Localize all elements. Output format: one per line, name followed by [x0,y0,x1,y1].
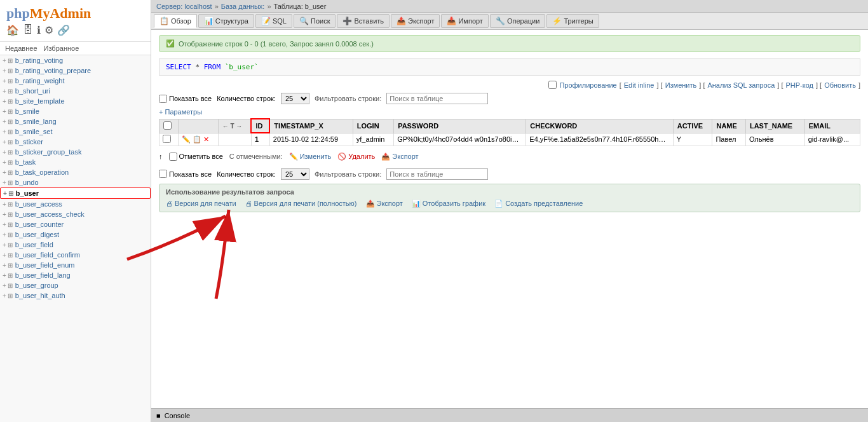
sidebar-table-item[interactable]: + ⊞ b_sticker [0,137,151,147]
sidebar-table-item[interactable]: + ⊞ b_user_field_confirm [0,250,151,260]
col-checkword[interactable]: CHECKWORD [526,119,673,133]
sidebar-table-item[interactable]: + ⊞ b_user_hit_auth [0,290,151,301]
info-icon[interactable]: ℹ [37,24,41,36]
col-login[interactable]: LOGIN [353,119,393,133]
show-all-checkbox[interactable] [159,95,167,103]
sidebar-table-item[interactable]: + ⊞ b_sticker_group_task [0,147,151,157]
expand-icon: + [3,78,6,85]
usage-link[interactable]: 📊Отобразить график [412,200,485,208]
expand-icon: + [3,118,6,125]
sidebar-table-item[interactable]: + ⊞ b_user_group [0,280,151,290]
triggers-tab-label: Триггеры [564,17,593,25]
tab-operations[interactable]: 🔧Операции [490,14,545,28]
tab-export[interactable]: 📤Экспорт [391,14,440,28]
sidebar-table-item[interactable]: + ⊞ b_user_field [0,240,151,250]
sidebar-table-item[interactable]: + ⊞ b_user_field_enum [0,260,151,270]
tab-import[interactable]: 📥Импорт [441,14,488,28]
profiling-link[interactable]: Профилирование [559,81,616,89]
select-all-th[interactable] [163,121,172,130]
sidebar-table-item[interactable]: + ⊞ b_user [0,187,151,199]
usage-link[interactable]: 📄Создать представление [494,200,583,208]
col-active[interactable]: ACTIVE [673,119,712,133]
sidebar-table-item[interactable]: + ⊞ b_site_template [0,96,151,106]
delete-icon: 🚫 [337,153,346,161]
table-icon: ⊞ [8,98,13,105]
home-icon[interactable]: 🏠 [6,24,19,36]
tab-insert[interactable]: ➕Вставить [337,14,390,28]
favorites-link[interactable]: Избранное [44,44,79,52]
table-icon: ⊞ [8,128,13,135]
pencil-icon[interactable]: ✏️ [182,135,191,143]
link-icon[interactable]: 🔗 [57,24,70,36]
row-active: Y [673,133,712,146]
usage-link[interactable]: 📤Экспорт [366,200,403,208]
tab-sql[interactable]: 📝SQL [255,14,292,28]
edit-inline-link[interactable]: Edit inline [624,81,654,89]
copy-icon[interactable]: 📋 [193,135,201,143]
sidebar-table-item[interactable]: + ⊞ b_user_field_lang [0,270,151,280]
params-link[interactable]: + Параметры [159,108,860,116]
select-all-bottom[interactable] [169,153,177,161]
col-password[interactable]: PASSWORD [394,119,526,133]
row-checkbox[interactable] [163,135,171,143]
usage-links: 🖨Версия для печати🖨Версия для печати (по… [166,200,853,208]
sidebar-table-item[interactable]: + ⊞ b_user_counter [0,219,151,229]
trash-icon[interactable]: ✕ [203,135,209,143]
tab-structure[interactable]: 📊Структура [198,14,254,28]
expand-icon: + [3,179,6,186]
sidebar-table-item[interactable]: + ⊞ b_rating_weight [0,76,151,86]
sidebar-table-item[interactable]: + ⊞ b_short_uri [0,86,151,96]
usage-link[interactable]: 🖨Версия для печати (полностью) [245,200,357,208]
export-action-link[interactable]: 📤 Экспорт [381,153,418,161]
usage-link[interactable]: 🖨Версия для печати [166,200,236,208]
settings-icon[interactable]: ⚙ [44,24,53,36]
tab-triggers[interactable]: ⚡Триггеры [546,14,599,28]
console-bar[interactable]: ■ Console [151,408,868,422]
row-timestamp: 2015-10-02 12:24:59 [269,133,353,146]
php-code-link[interactable]: PHP-код [785,81,813,89]
row-name: Павел [712,133,746,146]
table-icon: ⊞ [8,139,13,146]
main-content: ✅ Отображение строк 0 - 0 (1 всего, Запр… [151,30,868,408]
delete-action-link[interactable]: 🚫 Удалить [337,153,375,161]
tab-browse[interactable]: 📋Обзор [154,14,197,28]
sql-analysis-link[interactable]: Анализ SQL запроса [707,81,775,89]
sidebar-table-item[interactable]: + ⊞ b_user_digest [0,229,151,240]
sidebar-table-item[interactable]: + ⊞ b_user_access_check [0,209,151,219]
bottom-action-row: ↑ Отметить все С отмеченными: ✏️ Изменит… [159,150,860,163]
profiling-checkbox[interactable] [548,81,557,89]
edit-action-link[interactable]: ✏️ Изменить [289,153,332,161]
database-link[interactable]: База данных: [221,3,265,10]
database-icon[interactable]: 🗄 [23,24,33,36]
sidebar-table-item[interactable]: + ⊞ b_smile [0,106,151,116]
sidebar-table-item[interactable]: + ⊞ b_task_operation [0,167,151,177]
rows-count-select[interactable]: 25 50 100 [281,93,309,104]
filter-label: Фильтровать строки: [315,95,381,102]
col-email[interactable]: EMAIL [804,119,860,133]
filter-input[interactable] [386,93,488,104]
tab-search[interactable]: 🔍Поиск [294,14,336,28]
table-icon: ⊞ [8,179,13,186]
col-lastname[interactable]: LAST_NAME [745,119,804,133]
expand-icon: + [3,252,6,259]
rows-count-bottom-select[interactable]: 25 50 100 [281,168,309,180]
expand-icon: + [3,242,6,248]
col-id[interactable]: ID [251,119,269,133]
refresh-link[interactable]: Обновить [824,81,856,89]
sidebar-table-item[interactable]: + ⊞ b_smile_lang [0,116,151,126]
sidebar-table-item[interactable]: + ⊞ b_smile_set [0,126,151,137]
sidebar-table-item[interactable]: + ⊞ b_undo [0,177,151,187]
server-link[interactable]: Сервер: localhost [156,3,212,10]
logo[interactable]: phpMyAdmin [6,5,144,22]
col-name[interactable]: NAME [712,119,746,133]
sidebar-table-item[interactable]: + ⊞ b_user_access [0,199,151,209]
col-timestamp[interactable]: TIMESTAMP_X [269,119,353,133]
sidebar-table-item[interactable]: + ⊞ b_task [0,157,151,167]
sidebar-table-item[interactable]: + ⊞ b_rating_voting_prepare [0,65,151,76]
filter-input-bottom[interactable] [386,168,488,180]
change-link[interactable]: Изменить [665,81,697,89]
sidebar-table-item[interactable]: + ⊞ b_rating_voting [0,55,151,65]
table-name: b_sticker [15,138,43,146]
show-all-checkbox-bottom[interactable] [159,170,167,178]
recent-link[interactable]: Недавнее [5,44,37,52]
